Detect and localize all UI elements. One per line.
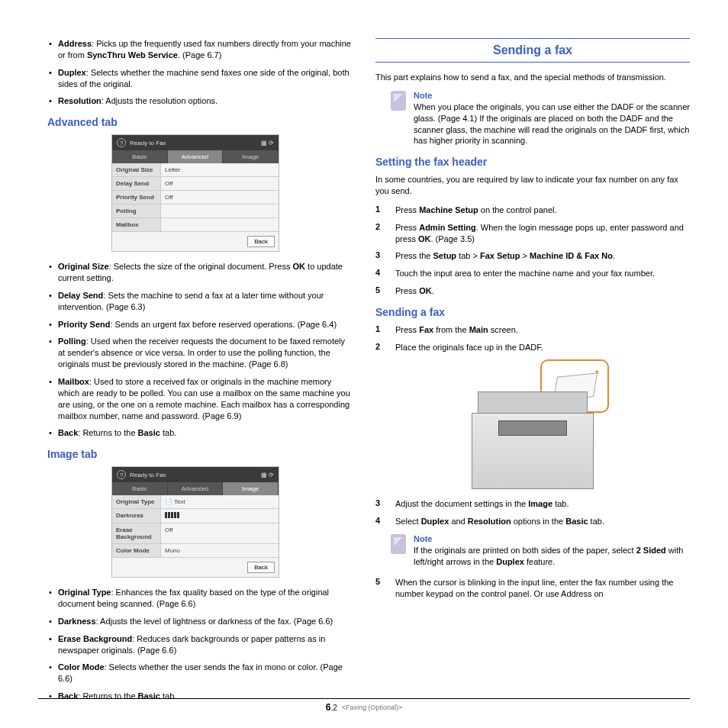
section-label: <Faxing (Optional)> bbox=[342, 704, 403, 711]
help-icon: ? bbox=[117, 470, 126, 479]
tab-basic[interactable]: Basic bbox=[112, 150, 168, 163]
toolbar-icons: ▦ ⟳ bbox=[261, 472, 274, 478]
row-value[interactable]: Off bbox=[161, 177, 279, 190]
row-label: Original Size bbox=[112, 163, 161, 176]
advanced-tab-heading: Advanced tab bbox=[47, 116, 353, 128]
row-label: Erase Background bbox=[112, 523, 161, 543]
page-footer: 6.2 <Faxing (Optional)> bbox=[38, 698, 690, 713]
step-2: 2Press Admin Setting. When the login mes… bbox=[375, 222, 690, 245]
image-bullets: Original Type: Enhances the fax quality … bbox=[38, 587, 353, 702]
advanced-tab-screenshot: ?Ready to Fax▦ ⟳ Basic Advanced Image Or… bbox=[111, 134, 279, 252]
row-label: Polling bbox=[112, 205, 161, 217]
row-label: Priority Send bbox=[112, 191, 161, 204]
screen-title: Ready to Fax bbox=[130, 472, 166, 478]
help-icon: ? bbox=[117, 138, 126, 147]
row-label: Darkness bbox=[112, 509, 161, 523]
row-label: Color Mode bbox=[112, 544, 161, 557]
intro-para: This part explains how to send a fax, an… bbox=[375, 72, 690, 83]
top-bullets: Address: Picks up the frequently used fa… bbox=[38, 38, 353, 107]
note-heading: Note bbox=[414, 534, 690, 543]
toolbar-icons: ▦ ⟳ bbox=[261, 140, 274, 147]
tab-advanced[interactable]: Advanced bbox=[168, 150, 224, 163]
bullet-delay-send: Delay Send: Sets the machine to send a f… bbox=[52, 290, 353, 313]
bullet-original-size: Original Size: Selects the size of the o… bbox=[52, 261, 353, 284]
step-5: 5Press OK. bbox=[375, 285, 690, 297]
note-dadf: Note When you place the originals, you c… bbox=[391, 91, 690, 147]
setting-fax-header-heading: Setting the fax header bbox=[375, 156, 690, 168]
row-label: Mailbox bbox=[112, 218, 161, 231]
tab-advanced[interactable]: Advanced bbox=[168, 482, 224, 495]
row-label: Delay Send bbox=[112, 177, 161, 190]
send-steps-b: 3Adjust the document settings in the Ima… bbox=[375, 498, 690, 527]
advanced-bullets: Original Size: Selects the size of the o… bbox=[38, 261, 353, 439]
tab-basic[interactable]: Basic bbox=[112, 482, 168, 495]
note-heading: Note bbox=[414, 91, 690, 100]
sending-fax-title: Sending a fax bbox=[375, 38, 690, 63]
image-tab-screenshot: ?Ready to Fax▦ ⟳ Basic Advanced Image Or… bbox=[111, 466, 279, 578]
row-value[interactable]: Mono bbox=[161, 544, 279, 557]
note-body: If the originals are printed on both sid… bbox=[414, 545, 690, 568]
screen-title: Ready to Fax bbox=[130, 140, 166, 147]
step-4: 4Touch the input area to enter the machi… bbox=[375, 268, 690, 279]
note-icon bbox=[391, 91, 406, 111]
send-step-4: 4Select Duplex and Resolution options in… bbox=[375, 516, 690, 527]
header-steps: 1Press Machine Setup on the control pane… bbox=[375, 205, 690, 297]
bullet-address: Address: Picks up the frequently used fa… bbox=[52, 38, 353, 61]
bullet-erase-background: Erase Background: Reduces dark backgroun… bbox=[52, 633, 353, 656]
note-body: When you place the originals, you can us… bbox=[414, 101, 690, 147]
page-columns: Address: Picks up the frequently used fa… bbox=[38, 38, 690, 708]
bullet-duplex: Duplex: Selects whether the machine send… bbox=[52, 67, 353, 90]
send-steps-a: 1Press Fax from the Main screen. 2Place … bbox=[375, 324, 690, 353]
bullet-resolution: Resolution: Adjusts the resolution optio… bbox=[52, 95, 353, 107]
header-intro: In some countries, you are required by l… bbox=[375, 174, 690, 197]
tab-image[interactable]: Image bbox=[223, 482, 279, 495]
send-steps-c: 5When the cursor is blinking in the inpu… bbox=[375, 577, 690, 600]
send-step-2: 2Place the originals face up in the DADF… bbox=[375, 342, 690, 353]
left-column: Address: Picks up the frequently used fa… bbox=[38, 38, 353, 708]
row-value[interactable]: 📄 Text bbox=[161, 495, 279, 508]
row-value[interactable]: Off bbox=[161, 191, 279, 204]
printer-illustration bbox=[456, 359, 609, 489]
row-value[interactable] bbox=[161, 218, 279, 231]
row-value[interactable]: Off bbox=[161, 523, 279, 543]
bullet-polling: Polling: Used when the receiver requests… bbox=[52, 336, 353, 370]
bullet-back: Back: Returns to the Basic tab. bbox=[52, 427, 353, 439]
bullet-priority-send: Priority Send: Sends an urgent fax befor… bbox=[52, 319, 353, 330]
step-3: 3Press the Setup tab > Fax Setup > Machi… bbox=[375, 250, 690, 262]
image-tab-heading: Image tab bbox=[47, 448, 353, 460]
right-column: Sending a fax This part explains how to … bbox=[375, 38, 690, 708]
send-step-1: 1Press Fax from the Main screen. bbox=[375, 324, 690, 336]
bullet-original-type: Original Type: Enhances the fax quality … bbox=[52, 587, 353, 610]
note-icon bbox=[391, 534, 406, 554]
send-step-5: 5When the cursor is blinking in the inpu… bbox=[375, 577, 690, 600]
tab-image[interactable]: Image bbox=[223, 150, 279, 163]
back-button[interactable]: Back bbox=[247, 562, 275, 573]
sending-fax-heading: Sending a fax bbox=[375, 306, 690, 318]
bullet-mailbox: Mailbox: Used to store a received fax or… bbox=[52, 376, 353, 421]
page-number: 6.2 bbox=[326, 702, 337, 713]
step-1: 1Press Machine Setup on the control pane… bbox=[375, 205, 690, 216]
row-label: Original Type bbox=[112, 495, 161, 508]
row-value[interactable] bbox=[161, 509, 279, 523]
row-value[interactable]: Letter bbox=[161, 163, 279, 176]
row-value[interactable] bbox=[161, 205, 279, 217]
bullet-color-mode: Color Mode: Selects whether the user sen… bbox=[52, 662, 353, 685]
bullet-darkness: Darkness: Adjusts the level of lightness… bbox=[52, 616, 353, 627]
send-step-3: 3Adjust the document settings in the Ima… bbox=[375, 498, 690, 510]
back-button[interactable]: Back bbox=[247, 236, 275, 247]
note-duplex: Note If the originals are printed on bot… bbox=[391, 534, 690, 568]
